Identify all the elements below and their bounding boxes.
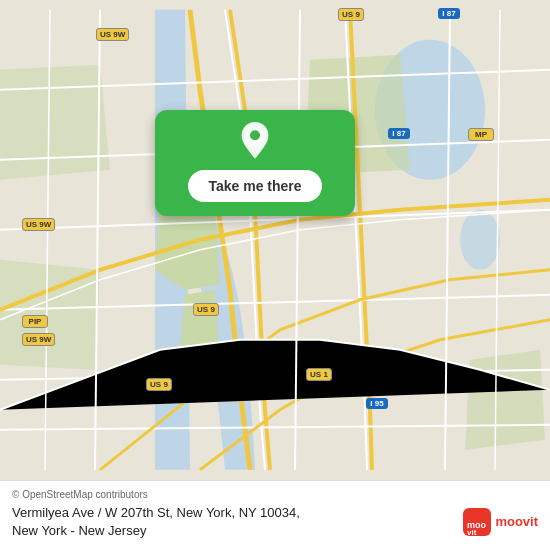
- highway-badge-us9w-mid: US 9W: [22, 218, 55, 231]
- highway-badge-mp: MP: [468, 128, 494, 141]
- highway-badge-pip: PIP: [22, 315, 48, 328]
- highway-badge-i87-top: I 87: [438, 8, 460, 19]
- take-me-there-button[interactable]: Take me there: [188, 170, 321, 202]
- address-line1: Vermilyea Ave / W 207th St, New York, NY…: [12, 504, 300, 522]
- location-card: Take me there: [155, 110, 355, 216]
- map-container[interactable]: US 9W US 9W US 9W US 9 US 9 US 1 US 9 I …: [0, 0, 550, 480]
- moovit-label: moovit: [495, 514, 538, 529]
- svg-point-16: [250, 130, 260, 140]
- moovit-icon: moo vit: [463, 508, 491, 536]
- map-svg: [0, 0, 550, 480]
- highway-badge-us9w-top: US 9W: [96, 28, 129, 41]
- moovit-logo: moo vit moovit: [463, 508, 538, 536]
- location-pin-icon: [235, 122, 275, 162]
- highway-badge-us9-center: US 9: [193, 303, 219, 316]
- svg-text:vit: vit: [467, 528, 477, 536]
- address-line2: New York - New Jersey: [12, 522, 300, 540]
- bottom-footer: Vermilyea Ave / W 207th St, New York, NY…: [12, 504, 538, 540]
- highway-badge-us9w-low: US 9W: [22, 333, 55, 346]
- bottom-bar: © OpenStreetMap contributors Vermilyea A…: [0, 480, 550, 550]
- highway-badge-i87-mid: I 87: [388, 128, 410, 139]
- app-container: US 9W US 9W US 9W US 9 US 9 US 1 US 9 I …: [0, 0, 550, 550]
- highway-badge-us9-right: US 9: [338, 8, 364, 21]
- highway-badge-us1: US 1: [306, 368, 332, 381]
- address-block: Vermilyea Ave / W 207th St, New York, NY…: [12, 504, 300, 540]
- svg-point-2: [460, 210, 500, 270]
- highway-badge-i95: I 95: [366, 398, 388, 409]
- attribution-text: © OpenStreetMap contributors: [12, 489, 538, 500]
- highway-badge-us9-low: US 9: [146, 378, 172, 391]
